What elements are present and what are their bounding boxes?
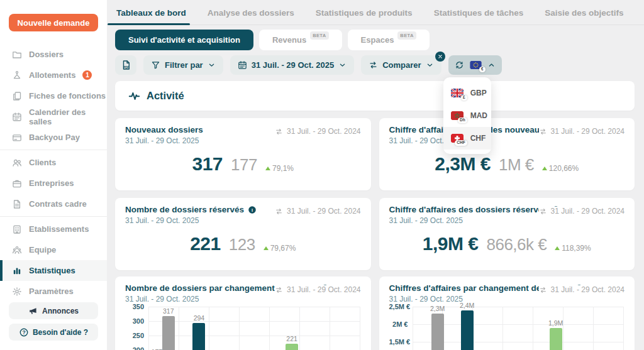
stat-values: 1,9M €866,6k €118,39% — [389, 233, 625, 254]
sidebar-item-team[interactable]: Equipe — [0, 239, 107, 260]
increase-triangle-icon — [264, 246, 269, 250]
chart-bar-label: 177 — [152, 348, 163, 350]
sidebar-item-calendar[interactable]: Calendrier des salles — [0, 106, 107, 127]
filter-icon — [151, 60, 160, 70]
y-axis-tick: 2M € — [389, 320, 408, 328]
stat-delta: 118,39% — [555, 244, 591, 253]
copy-icon — [12, 91, 22, 101]
sidebar-item-chart[interactable]: Statistiques — [0, 260, 107, 281]
subtab-1[interactable]: RevenusBETA — [259, 30, 342, 50]
sidebar-item-card[interactable]: Backyou Pay — [0, 127, 107, 148]
tab-0[interactable]: Tableaux de bord — [115, 8, 187, 25]
card-compare-period: 31 Juil. - 29 Oct. 2024 — [539, 127, 625, 136]
clear-compare-button[interactable] — [435, 52, 445, 62]
card-icon — [12, 133, 22, 143]
megaphone-icon — [28, 306, 38, 316]
chart-icon — [12, 266, 22, 276]
card-period: 31 Juil. - 29 Oct. 2025 — [389, 295, 625, 304]
sidebar-item-hanger[interactable]: Allotements1 — [0, 65, 107, 85]
building-icon — [12, 224, 22, 234]
increase-triangle-icon — [555, 246, 560, 250]
subtab-0[interactable]: Suivi d'activité et acquisition — [115, 30, 253, 50]
sidebar-item-copy[interactable]: Fiches de fonctions — [0, 85, 107, 106]
chart-bar-label: 1,9M — [548, 319, 563, 327]
chevron-down-icon — [208, 61, 216, 69]
tab-4[interactable]: Saisie des objectifs — [543, 8, 625, 25]
y-axis-tick: 350 — [125, 303, 144, 310]
tab-3[interactable]: Statistiques de tâches — [433, 8, 525, 25]
file-icon — [12, 199, 22, 209]
bar-chart: 350300250200177317294221 — [125, 305, 361, 350]
pdf-export-icon: PDF — [121, 60, 131, 70]
date-range-label: 31 Juil. - 29 Oct. 2025 — [252, 60, 335, 70]
stat-previous-value: 866,6k € — [486, 235, 547, 254]
date-range-button[interactable]: 31 Juil. - 29 Oct. 2025 — [230, 55, 355, 75]
subtab-2[interactable]: EspacesBETA — [348, 30, 430, 50]
stat-values: 2,3M €1M €120,66% — [389, 153, 625, 175]
currency-selector: € £GBPDhMADCHFCHF — [448, 55, 502, 75]
gridline — [299, 307, 300, 350]
currency-symbol-badge: £ — [461, 95, 467, 101]
sidebar-item-building[interactable]: Etablissements — [0, 219, 107, 239]
info-icon: i — [248, 205, 257, 214]
announcements-button[interactable]: Annonces — [9, 302, 98, 319]
help-button[interactable]: ? Besoin d'aide ? — [9, 324, 98, 341]
chart-bar — [431, 314, 444, 350]
gridline — [533, 307, 533, 350]
compare-icon — [539, 128, 547, 136]
svg-text:PDF: PDF — [123, 66, 129, 69]
y-axis-tick: 250 — [125, 332, 144, 339]
compare-button[interactable]: Comparer — [361, 55, 441, 75]
filter-button-label: Filtrer par — [165, 60, 203, 70]
calendar-icon — [12, 112, 22, 122]
svg-text:?: ? — [22, 329, 25, 335]
chart-card: Nombre de dossiers par changement de sta… — [115, 276, 371, 350]
sidebar-item-briefcase[interactable]: Entreprises — [0, 173, 107, 194]
sidebar: Nouvelle demande DossiersAllotements1Fic… — [0, 0, 107, 350]
briefcase-icon — [12, 178, 22, 189]
currency-dropdown: £GBPDhMADCHFCHF — [443, 77, 491, 154]
compare-icon — [275, 286, 283, 294]
currency-button[interactable]: € — [448, 55, 502, 75]
compare-control: Comparer — [361, 55, 441, 75]
announcements-label: Annonces — [42, 307, 79, 315]
chart-bar — [550, 328, 562, 350]
gridline — [593, 307, 594, 350]
sidebar-item-gear[interactable]: Paramètres — [0, 281, 107, 302]
y-axis-tick: 200 — [125, 346, 144, 350]
top-tabs: Tableaux de bordAnalyse des dossiersStat… — [107, 0, 644, 25]
chart-bar — [286, 344, 298, 350]
gridline — [269, 307, 270, 350]
y-axis-tick: 300 — [125, 317, 144, 325]
hanger-icon — [12, 70, 22, 80]
export-pdf-button[interactable]: PDF — [115, 55, 136, 75]
tab-1[interactable]: Analyse des dossiers — [206, 8, 296, 25]
chart-bar-label: 294 — [194, 314, 205, 322]
filter-button[interactable]: Filtrer par — [143, 55, 223, 75]
stat-previous-value: 177 — [231, 155, 257, 175]
sidebar-item-label: Backyou Pay — [29, 133, 80, 142]
gridline — [502, 307, 503, 350]
sidebar-item-label: Entreprises — [29, 178, 74, 188]
currency-option-chf[interactable]: CHFCHF — [443, 127, 491, 150]
chart-card: Chiffres d'affaires par changement de st… — [379, 276, 635, 350]
currency-option-mad[interactable]: DhMAD — [443, 104, 491, 127]
currency-option-gbp[interactable]: £GBP — [443, 82, 491, 104]
sidebar-item-folder[interactable]: Dossiers — [0, 44, 107, 65]
sidebar-item-label: Paramètres — [29, 287, 74, 296]
gridline — [239, 307, 240, 350]
tab-2[interactable]: Statistiques de produits — [314, 8, 414, 25]
card-period: 31 Juil. - 29 Oct. 2025 — [389, 137, 625, 145]
card-period: 31 Juil. - 29 Oct. 2025 — [125, 217, 361, 225]
currency-symbol-badge: € — [479, 67, 486, 73]
gridline — [413, 307, 413, 350]
toolbar: PDF Filtrer par 31 Juil. - 29 Oct. 2025 … — [115, 55, 635, 75]
sidebar-item-label: Allotements — [29, 70, 75, 80]
stat-previous-value: 1M € — [499, 155, 534, 175]
compare-icon — [539, 286, 547, 294]
sidebar-item-file[interactable]: Contrats cadre — [0, 194, 107, 214]
divider — [0, 150, 107, 150]
beta-badge: BETA — [397, 31, 416, 40]
new-request-button[interactable]: Nouvelle demande — [9, 14, 98, 31]
sidebar-item-users[interactable]: Clients — [0, 152, 107, 173]
